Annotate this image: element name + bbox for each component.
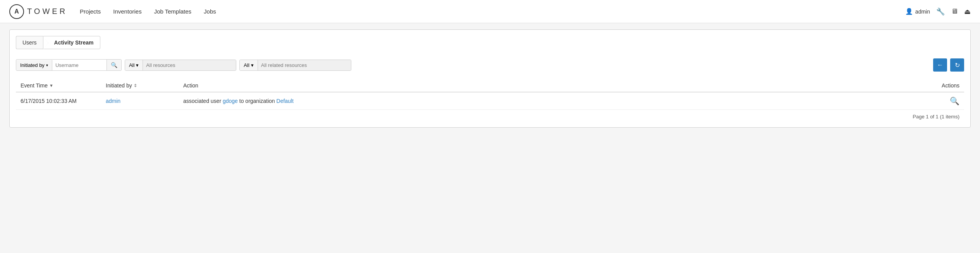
user-icon: 👤: [905, 8, 913, 15]
actions-col-label: Actions: [942, 82, 959, 89]
all-resources-filter: All ▾: [125, 60, 236, 71]
refresh-button[interactable]: ↻: [950, 58, 964, 72]
breadcrumb: Users Activity Stream: [16, 36, 964, 49]
table-row: 6/17/2015 10:02:33 AM admin associated u…: [16, 92, 964, 110]
event-time-value: 6/17/2015 10:02:33 AM: [21, 98, 77, 104]
refresh-icon: ↻: [955, 62, 960, 69]
nav-job-templates[interactable]: Job Templates: [154, 8, 191, 15]
cell-action: associated user gdoge to organization De…: [179, 92, 918, 110]
table-header-row: Event Time ▼ Initiated by ⇕ Action: [16, 79, 964, 92]
cell-actions: 🔍: [918, 92, 964, 110]
cell-event-time: 6/17/2015 10:02:33 AM: [16, 92, 101, 110]
brand-logo: A: [9, 4, 24, 19]
all-related-resources-filter: All ▾: [239, 60, 351, 71]
action-prefix: associated user: [183, 98, 221, 104]
breadcrumb-users[interactable]: Users: [16, 36, 43, 49]
caret-icon: ▾: [46, 63, 48, 67]
navbar-actions: 👤 admin 🔧 🖥 ⏏: [905, 7, 971, 16]
initiated-by-filter: Initiated by ▾ 🔍: [16, 59, 122, 71]
signout-icon[interactable]: ⏏: [964, 7, 971, 16]
nav-projects[interactable]: Projects: [80, 8, 101, 15]
brand-letter: A: [14, 8, 19, 15]
all-label-1: All: [129, 62, 134, 68]
all-resources-input[interactable]: [143, 60, 236, 70]
all-dropdown-1[interactable]: All ▾: [125, 60, 143, 70]
search-button[interactable]: 🔍: [107, 60, 121, 70]
initiated-by-dropdown[interactable]: Initiated by ▾: [16, 60, 52, 70]
username-input[interactable]: [52, 60, 107, 70]
action-org-link[interactable]: Default: [277, 98, 294, 104]
activity-table: Event Time ▼ Initiated by ⇕ Action: [16, 79, 964, 110]
all-related-resources-input[interactable]: [258, 60, 351, 70]
breadcrumb-users-label: Users: [22, 39, 37, 46]
initiated-by-link[interactable]: admin: [106, 98, 120, 104]
settings-icon[interactable]: 🔧: [936, 7, 945, 16]
col-action: Action: [179, 79, 918, 92]
brand-name: TOWER: [27, 7, 67, 16]
initiated-by-label: Initiated by: [20, 62, 45, 68]
back-button[interactable]: ←: [933, 58, 947, 72]
event-time-label: Event Time: [21, 82, 48, 89]
sort-icon: ▼: [49, 83, 53, 88]
search-icon: 🔍: [111, 62, 117, 68]
breadcrumb-activity-stream: Activity Stream: [43, 36, 100, 49]
sort-icon-2: ⇕: [134, 83, 137, 88]
main-content: Users Activity Stream Initiated by ▾ 🔍: [0, 23, 980, 134]
back-icon: ←: [937, 62, 943, 68]
zoom-icon[interactable]: 🔍: [950, 97, 959, 105]
admin-username: admin: [915, 9, 930, 15]
caret-icon-2: ▾: [136, 62, 139, 68]
all-dropdown-2[interactable]: All ▾: [240, 60, 258, 70]
pagination: Page 1 of 1 (1 items): [16, 110, 964, 121]
nav-inventories[interactable]: Inventories: [113, 8, 141, 15]
action-user-link[interactable]: gdoge: [223, 98, 238, 104]
action-middle: to organization: [239, 98, 275, 104]
col-initiated-by: Initiated by ⇕: [101, 79, 179, 92]
event-time-sort[interactable]: Event Time ▼: [21, 82, 53, 89]
navbar: A TOWER Projects Inventories Job Templat…: [0, 0, 980, 23]
brand: A TOWER: [9, 4, 67, 19]
action-col-label: Action: [183, 82, 198, 89]
cell-initiated-by: admin: [101, 92, 179, 110]
monitor-icon[interactable]: 🖥: [951, 7, 958, 15]
content-box: Users Activity Stream Initiated by ▾ 🔍: [9, 29, 971, 128]
col-actions: Actions: [918, 79, 964, 92]
col-event-time: Event Time ▼: [16, 79, 101, 92]
initiated-by-sort[interactable]: Initiated by ⇕: [106, 82, 137, 89]
all-label-2: All: [244, 62, 249, 68]
pagination-text: Page 1 of 1 (1 items): [913, 114, 959, 120]
main-nav: Projects Inventories Job Templates Jobs: [80, 8, 905, 15]
initiated-by-col-label: Initiated by: [106, 82, 132, 89]
breadcrumb-activity-label: Activity Stream: [54, 39, 94, 46]
user-menu[interactable]: 👤 admin: [905, 8, 930, 15]
caret-icon-3: ▾: [251, 62, 254, 68]
filters-row: Initiated by ▾ 🔍 All ▾ All: [16, 58, 964, 72]
nav-jobs[interactable]: Jobs: [204, 8, 216, 15]
